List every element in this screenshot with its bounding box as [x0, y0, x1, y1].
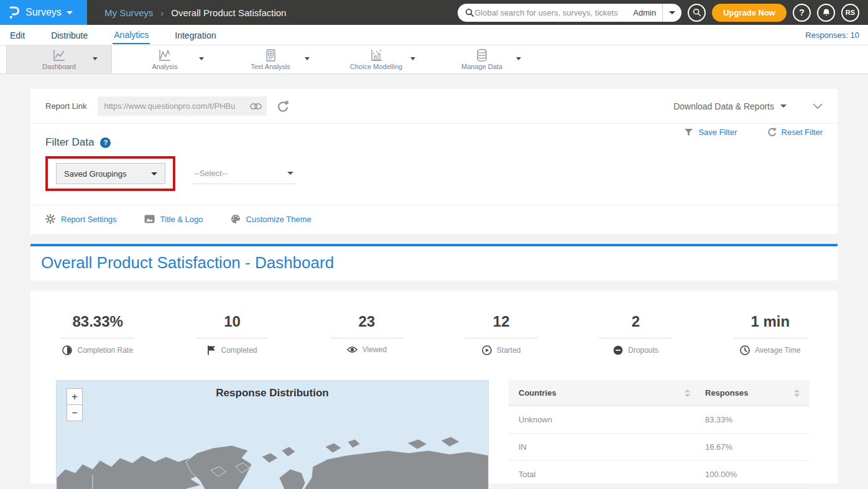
sort-countries-icon[interactable] [685, 389, 690, 397]
stat-label: Average Time [755, 346, 801, 355]
report-settings-link[interactable]: Report Settings [45, 214, 117, 224]
country-responses: 16.67% [705, 442, 732, 452]
breadcrumb-parent[interactable]: My Surveys [104, 7, 153, 18]
filter-select-placeholder: --Select-- [194, 169, 227, 178]
app-menu-label[interactable]: Surveys [25, 7, 62, 18]
stat-value: 23 [300, 313, 434, 330]
search-icon [465, 8, 474, 17]
page-title: Overall Product Satisfaction - Dashboard [41, 253, 827, 272]
stat-value: 1 min [703, 313, 838, 330]
world-map[interactable] [57, 429, 489, 489]
map-zoom-in-button[interactable]: + [67, 388, 83, 405]
toolbar-label-dashboard: Dashboard [42, 63, 76, 70]
chevron-down-icon [151, 172, 157, 175]
report-title-band: Overall Product Satisfaction - Dashboard [30, 244, 838, 281]
toolbar-label-manage-data: Manage Data [461, 63, 502, 70]
tab-edit[interactable]: Edit [9, 27, 26, 44]
palette-icon [231, 214, 241, 224]
bell-icon [822, 8, 831, 17]
chevron-down-icon[interactable] [199, 57, 204, 60]
title-logo-link[interactable]: Title & Logo [144, 215, 203, 224]
chevron-down-icon[interactable] [516, 57, 521, 60]
table-row: IN 16.67% [509, 434, 810, 461]
half-pie-icon [62, 345, 72, 355]
play-circle-icon [482, 345, 492, 355]
filter-funnel-icon [684, 128, 693, 137]
stat-viewed: 23 Viewed [300, 313, 434, 355]
chevron-down-icon[interactable] [410, 57, 415, 60]
notifications-button[interactable] [817, 4, 835, 22]
stat-label: Started [497, 346, 521, 355]
tab-integration[interactable]: Integration [173, 27, 217, 44]
eye-icon [347, 346, 358, 353]
clock-icon [740, 345, 750, 355]
upgrade-now-button[interactable]: Upgrade Now [712, 4, 787, 22]
filter-select-dropdown[interactable]: --Select-- [192, 163, 296, 184]
search-button[interactable] [688, 4, 706, 22]
chevron-down-icon[interactable] [93, 57, 98, 60]
image-icon [144, 215, 155, 223]
link-icon[interactable] [250, 103, 262, 110]
avatar[interactable]: RS [841, 4, 859, 22]
stat-value: 83.33% [30, 313, 165, 330]
stat-value: 12 [434, 313, 568, 330]
responses-count: Responses: 10 [805, 30, 859, 40]
breadcrumb: My Surveys › Overall Product Satisfactio… [104, 7, 286, 18]
top-bar: Surveys My Surveys › Overall Product Sat… [0, 0, 868, 25]
filter-help-icon[interactable]: ? [100, 137, 111, 148]
collapse-chevron-icon[interactable] [813, 103, 823, 109]
tab-analytics[interactable]: Analytics [113, 26, 150, 44]
save-filter-button[interactable]: Save Filter [684, 128, 737, 137]
help-button[interactable]: ? [793, 4, 811, 22]
stat-started: 12 Started [434, 313, 568, 355]
stat-label: Completed [221, 346, 257, 355]
toolbar-item-choice-modelling[interactable]: Choice Modelling [323, 45, 429, 73]
filter-data-title: Filter Data [45, 136, 94, 149]
customize-theme-link[interactable]: Customize Theme [231, 214, 312, 224]
search-scope-label[interactable]: Admin [627, 8, 662, 17]
analytics-toolbar: Dashboard Analysis Text Analysis [0, 45, 868, 74]
country-name: Total [519, 470, 535, 479]
choice-modelling-chart-icon [369, 49, 384, 62]
breadcrumb-separator: › [160, 7, 164, 18]
toolbar-item-dashboard[interactable]: Dashboard [6, 45, 112, 73]
search-scope-dropdown[interactable] [663, 4, 681, 22]
share-icon[interactable] [277, 100, 289, 113]
response-distribution-map: Response Distribution + − [56, 380, 489, 489]
breadcrumb-current: Overall Product Satisfaction [171, 7, 286, 18]
sort-responses-icon[interactable] [794, 389, 800, 397]
global-search-input[interactable] [474, 8, 627, 17]
chevron-down-icon [67, 11, 73, 14]
table-row: Total 100.00% [509, 461, 810, 488]
countries-table-header: Countries Responses [509, 380, 810, 406]
country-name: Unknown [519, 415, 552, 424]
saved-groupings-dropdown[interactable]: Saved Groupings [56, 163, 165, 184]
reset-filter-button[interactable]: Reset Filter [767, 128, 823, 137]
download-data-reports-dropdown[interactable]: Download Data & Reports [673, 101, 787, 111]
report-link-input[interactable] [104, 101, 250, 111]
save-filter-label: Save Filter [698, 128, 737, 137]
toolbar-item-text-analysis[interactable]: Text Analysis [218, 45, 323, 73]
toolbar-item-analysis[interactable]: Analysis [112, 45, 218, 73]
toolbar-item-manage-data[interactable]: Manage Data [429, 45, 535, 73]
minus-circle-icon [613, 345, 623, 355]
chevron-down-icon[interactable] [305, 57, 310, 60]
line-chart-icon [52, 49, 67, 62]
gear-icon [45, 214, 55, 224]
report-link-field [98, 96, 267, 116]
stats-row: 83.33% Completion Rate 10 [30, 313, 838, 355]
tab-distribute[interactable]: Distribute [50, 27, 89, 44]
stat-label: Dropouts [628, 346, 658, 355]
countries-table: Countries Responses Unknown 83.33% [509, 380, 810, 489]
customize-theme-label: Customize Theme [246, 215, 312, 224]
chevron-down-icon [669, 11, 675, 14]
reset-filter-label: Reset Filter [782, 128, 823, 137]
title-logo-label: Title & Logo [160, 215, 203, 224]
stat-label: Viewed [362, 345, 387, 354]
responses-header-label: Responses [705, 388, 748, 398]
map-zoom-out-button[interactable]: − [67, 404, 83, 421]
toolbar-label-text-analysis: Text Analysis [251, 63, 290, 70]
app-logo-menu[interactable]: Surveys [0, 0, 87, 25]
stat-completion-rate: 83.33% Completion Rate [30, 313, 165, 355]
database-icon [475, 49, 489, 62]
